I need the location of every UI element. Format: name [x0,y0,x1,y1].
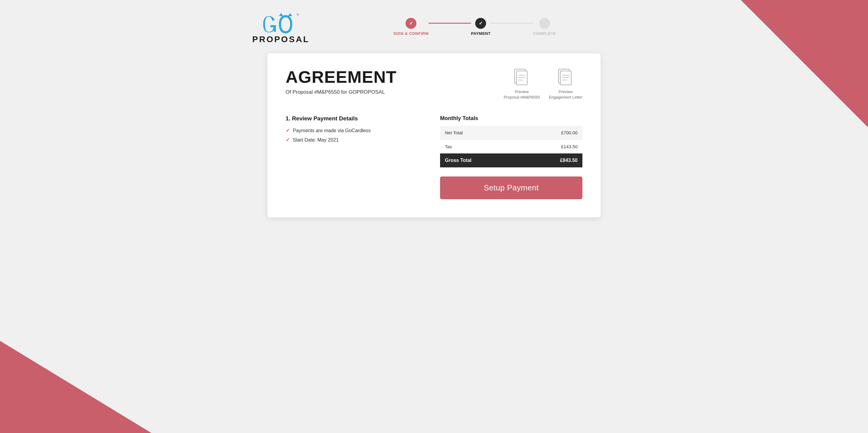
svg-marker-0 [279,13,283,16]
svg-marker-1 [288,13,292,16]
step-sign-confirm-label: SIGN & CONFIRM [394,31,429,36]
card-header: AGREEMENT Of Proposal #M&P6550 for GOPRO… [286,68,582,100]
preview-icons: PreviewProposal #M&P6550 PreviewEngagem [504,68,582,100]
logo-go-icon: ® [261,9,301,36]
check-icon-1: ✓ [286,127,290,134]
logo: ® PROPOSAL [252,9,310,44]
step-payment-label: PAYMENT [471,31,491,36]
logo-proposal-text: PROPOSAL [252,35,310,44]
preview-engagement-button[interactable]: PreviewEngagement Letter [549,68,582,100]
progress-bar: ✓ SIGN & CONFIRM ✓ PAYMENT COMPLETE [334,18,616,36]
step-sign-confirm-circle: ✓ [406,18,416,29]
checklist-item-1: ✓ Payments are made via GoCardless [286,127,428,134]
header: ® PROPOSAL ✓ SIGN & CONFIRM ✓ PAYMENT [252,0,616,53]
checklist-item-2-text: Start Date: May 2021 [293,137,339,143]
preview-proposal-label: PreviewProposal #M&P6550 [504,89,540,100]
checklist-item-2: ✓ Start Date: May 2021 [286,137,428,143]
totals-amount-gross: £843.50 [522,153,583,167]
totals-row-net: Net Total £700.00 [440,126,582,140]
setup-payment-button[interactable]: Setup Payment [440,176,582,199]
step-sign-confirm: ✓ SIGN & CONFIRM [394,18,429,36]
totals-row-gross: Gross Total £843.50 [440,153,582,167]
agreement-subtitle: Of Proposal #M&P6550 for GOPROPOSAL [286,89,397,95]
totals-amount-tax: £143.50 [522,140,583,154]
totals-section: Monthly Totals Net Total £700.00 Tax £14… [440,115,582,199]
preview-engagement-icon [558,68,574,87]
step-complete-circle [539,18,550,29]
totals-title: Monthly Totals [440,115,582,122]
step-complete: COMPLETE [533,18,556,36]
connector-1 [429,23,471,24]
totals-label-gross: Gross Total [440,153,522,167]
totals-label-net: Net Total [440,126,522,140]
step-payment-circle: ✓ [475,18,486,29]
totals-amount-net: £700.00 [522,126,583,140]
connector-2 [491,23,533,24]
preview-engagement-label: PreviewEngagement Letter [549,89,582,100]
main-card: AGREEMENT Of Proposal #M&P6550 for GOPRO… [268,53,600,218]
svg-text:®: ® [297,13,299,17]
totals-table: Net Total £700.00 Tax £143.50 Gross Tota… [440,126,582,167]
payment-checklist: ✓ Payments are made via GoCardless ✓ Sta… [286,127,428,143]
payment-details-title: 1. Review Payment Details [286,115,428,122]
totals-row-tax: Tax £143.50 [440,140,582,154]
check-icon-2: ✓ [286,137,290,143]
agreement-title-block: AGREEMENT Of Proposal #M&P6550 for GOPRO… [286,68,397,95]
checklist-item-1-text: Payments are made via GoCardless [293,128,371,134]
content-grid: 1. Review Payment Details ✓ Payments are… [286,115,582,199]
preview-proposal-icon [514,68,530,87]
step-complete-label: COMPLETE [533,31,556,36]
step-payment: ✓ PAYMENT [471,18,491,36]
agreement-title: AGREEMENT [286,68,397,86]
payment-details-section: 1. Review Payment Details ✓ Payments are… [286,115,428,143]
preview-proposal-button[interactable]: PreviewProposal #M&P6550 [504,68,540,100]
totals-label-tax: Tax [440,140,522,154]
